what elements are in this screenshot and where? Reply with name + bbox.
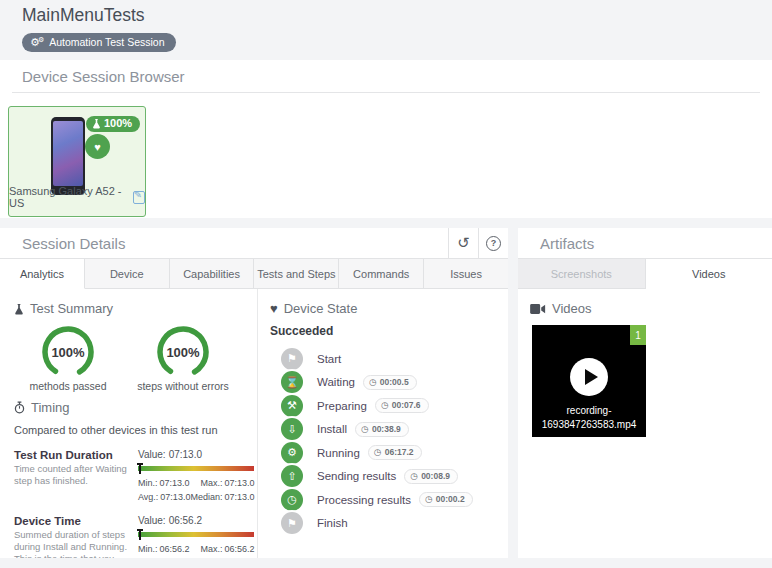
metric-name: Test Run Duration (14, 449, 130, 461)
gauge-label: steps without errors (133, 380, 233, 394)
videos-heading: Videos (530, 301, 760, 316)
device-session-browser-header: Device Session Browser (0, 60, 772, 93)
tab-device[interactable]: Device (85, 259, 170, 289)
video-filename: recording-1693847263583.mp4 (532, 404, 646, 432)
heartbeat-icon: ♥ (94, 141, 101, 153)
device-name-row: Samsung Galaxy A52 -US (9, 185, 145, 209)
gears-icon (30, 36, 44, 48)
video-thumbnail[interactable]: 1 recording-1693847263583.mp4 (532, 325, 646, 437)
artifacts-panel: Artifacts Screenshots Videos Videos 1 re… (518, 228, 772, 558)
play-icon[interactable] (570, 358, 608, 396)
analytics-content: Test Summary 100% methods passed (0, 289, 508, 558)
session-details-title: Session Details (0, 228, 448, 258)
step-running: ⚙ Running 06:17.2 (270, 441, 508, 465)
analytics-left-column: Test Summary 100% methods passed (0, 289, 258, 558)
duration-badge: 00:08.9 (404, 469, 458, 484)
wrench-icon: ⚒ (281, 395, 303, 417)
test-summary-heading: Test Summary (14, 301, 249, 316)
metric-device-time: Device Time Summed duration of steps dur… (14, 515, 249, 558)
hourglass-icon: ⌛ (281, 371, 303, 393)
pass-rate-badge: 100% (86, 116, 140, 132)
flag-icon: ⚑ (281, 348, 303, 370)
finish-flag-icon: ⚑ (281, 512, 303, 534)
stat-max: Max.:07:13.0 (190, 478, 254, 488)
tab-capabilities[interactable]: Capabilities (170, 259, 255, 289)
clock-icon (410, 471, 418, 481)
step-sending-results: ⇧ Sending results 00:08.9 (270, 465, 508, 489)
flask-icon (92, 118, 101, 129)
device-session-browser: Device Session Browser 100% ♥ Samsung Ga… (0, 60, 772, 218)
device-session-browser-title: Device Session Browser (12, 68, 760, 93)
help-button[interactable]: ? (478, 228, 508, 258)
device-state-status: Succeeded (270, 324, 508, 338)
artifacts-header: Artifacts (518, 228, 772, 259)
upload-icon: ⇧ (281, 465, 303, 487)
videos-content: Videos 1 recording-1693847263583.mp4 (518, 289, 772, 437)
duration-badge: 00:38.9 (355, 422, 409, 437)
device-card[interactable]: 100% ♥ Samsung Galaxy A52 -US (8, 106, 146, 217)
session-details-panel: Session Details ↺ ? Analytics Device Cap… (0, 228, 508, 558)
value-marker (139, 529, 141, 540)
device-state-timeline: ⚑ Start ⌛ Waiting 00:00.5 ⚒ Preparing 00… (270, 347, 508, 535)
step-finish: ⚑ Finish (270, 512, 508, 536)
stopwatch-icon (14, 401, 25, 414)
heartbeat-icon: ♥ (270, 301, 278, 316)
metric-name: Device Time (14, 515, 130, 527)
device-phone-screen (53, 121, 83, 186)
clock-icon (369, 377, 377, 387)
session-type-badge-label: Automation Test Session (49, 37, 164, 48)
metric-test-run-duration: Test Run Duration Time counted after Wai… (14, 449, 249, 502)
page-title: MainMenuTests (22, 5, 772, 26)
device-state-heading: ♥ Device State (270, 301, 508, 316)
duration-badge: 00:00.2 (419, 492, 473, 507)
tab-analytics[interactable]: Analytics (0, 259, 85, 289)
stat-median: Median:07:13.0 (190, 492, 254, 502)
page-header: MainMenuTests Automation Test Session (0, 0, 772, 60)
clock-icon: ◷ (281, 489, 303, 511)
clock-icon (361, 424, 369, 434)
gauge-label: methods passed (18, 380, 118, 394)
artifacts-tabs: Screenshots Videos (518, 259, 772, 289)
stat-min: Min.:07:13.0 (138, 478, 190, 488)
metric-description: Summed duration of steps during Install … (14, 529, 130, 558)
device-name: Samsung Galaxy A52 -US (9, 185, 128, 209)
duration-badge: 00:00.5 (363, 375, 417, 390)
flask-icon (14, 303, 24, 315)
step-start: ⚑ Start (270, 347, 508, 371)
session-details-header: Session Details ↺ ? (0, 228, 508, 259)
artifacts-title: Artifacts (518, 228, 772, 258)
stat-avg: Avg.:07:13.0 (138, 492, 190, 502)
step-processing-results: ◷ Processing results 00:00.2 (270, 488, 508, 512)
stat-min: Min.:06:56.2 (138, 544, 190, 554)
gauge-arc: 100% (40, 324, 96, 380)
session-type-badge[interactable]: Automation Test Session (22, 33, 176, 52)
gauge-value: 100% (40, 324, 96, 380)
tab-screenshots[interactable]: Screenshots (518, 259, 646, 289)
step-install: ⇩ Install 00:38.9 (270, 418, 508, 442)
install-icon: ⇩ (281, 418, 303, 440)
pass-rate-value: 100% (104, 118, 132, 129)
tab-issues[interactable]: Issues (424, 259, 508, 289)
step-preparing: ⚒ Preparing 00:07.6 (270, 394, 508, 418)
duration-badge: 06:17.2 (368, 445, 422, 460)
tab-tests-and-steps[interactable]: Tests and Steps (254, 259, 339, 289)
edit-icon[interactable] (133, 191, 145, 204)
timing-subtitle: Compared to other devices in this test r… (14, 424, 249, 436)
clock-icon (381, 400, 389, 410)
metric-stats: Min.:06:56.2 Max.:06:56.2 Avg.:06:56.2 M… (138, 544, 254, 558)
gauge-methods-passed: 100% methods passed (18, 324, 118, 394)
clock-icon (425, 494, 433, 504)
device-phone-image (51, 117, 85, 195)
reset-button[interactable]: ↺ (448, 228, 478, 258)
tab-videos[interactable]: Videos (646, 259, 772, 289)
device-state-column: ♥ Device State Succeeded ⚑ Start ⌛ Waiti… (258, 289, 508, 558)
metric-description: Time counted after Waiting step has fini… (14, 463, 130, 488)
comparison-gradient-bar (138, 532, 254, 537)
timing-heading: Timing (14, 400, 249, 415)
gauge-steps-without-errors: 100% steps without errors (133, 324, 233, 394)
value-marker (139, 463, 141, 474)
clock-icon (374, 447, 382, 457)
tab-commands[interactable]: Commands (339, 259, 424, 289)
video-count-badge: 1 (630, 325, 646, 345)
metric-value: Value:06:56.2 (138, 515, 254, 526)
